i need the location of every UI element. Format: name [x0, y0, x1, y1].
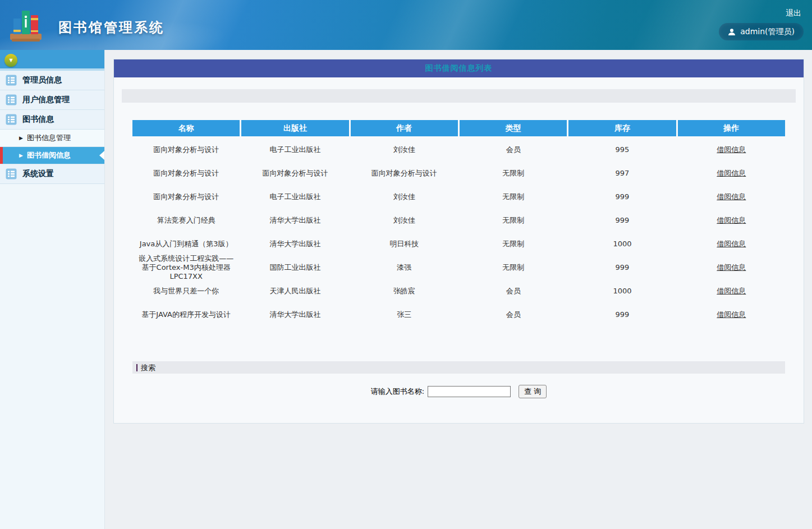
- sidebar-item-label: 图书信息: [22, 114, 54, 125]
- table-cell: 面向对象分析与设计: [351, 162, 458, 185]
- sidebar-collapse-toggle[interactable]: ▼: [4, 54, 17, 67]
- sidebar-menu: 管理员信息用户信息管理图书信息▶图书信息管理▶图书借阅信息系统设置: [0, 71, 104, 184]
- table-cell-action: 借阅信息: [678, 209, 785, 232]
- sidebar: ▼ 管理员信息用户信息管理图书信息▶图书信息管理▶图书借阅信息系统设置: [0, 50, 105, 529]
- sidebar-item-label: 图书信息管理: [27, 133, 71, 143]
- table-cell: 清华大学出版社: [241, 232, 348, 256]
- logout-link[interactable]: 退出: [786, 8, 801, 19]
- table-cell: 漆强: [351, 256, 458, 279]
- borrow-info-link[interactable]: 借阅信息: [717, 263, 746, 272]
- table-row: 我与世界只差一个你天津人民出版社张皓宸会员1000借阅信息: [132, 279, 785, 303]
- table-row: 面向对象分析与设计电子工业出版社刘汝佳会员995借阅信息: [132, 138, 785, 162]
- table-cell: Java从入门到精通（第3版）: [132, 232, 240, 256]
- search-input-label: 请输入图书名称:: [371, 387, 424, 397]
- table-cell: 会员: [460, 138, 567, 162]
- table-cell: 明日科技: [351, 232, 458, 256]
- table-row: 嵌入式系统设计工程实践——基于Cortex-M3内核处理器LPC17XX国防工业…: [132, 256, 785, 279]
- sidebar-item-label: 系统设置: [22, 169, 54, 179]
- user-icon: [728, 28, 736, 36]
- table-cell-action: 借阅信息: [678, 256, 785, 279]
- app-header: 图书馆管理系统 退出 admin(管理员): [0, 0, 812, 50]
- table-cell: 嵌入式系统设计工程实践——基于Cortex-M3内核处理器LPC17XX: [132, 256, 240, 279]
- table-cell: 995: [568, 138, 676, 162]
- sidebar-item[interactable]: 用户信息管理: [0, 90, 104, 110]
- sidebar-topbar: ▼: [0, 50, 104, 71]
- table-cell-action: 借阅信息: [678, 279, 785, 303]
- table-cell: 会员: [460, 303, 567, 326]
- table-cell-action: 借阅信息: [678, 232, 785, 256]
- table-cell: 天津人民出版社: [241, 279, 348, 303]
- library-logo-icon: [8, 6, 44, 43]
- table-cell: 电子工业出版社: [241, 185, 348, 209]
- table-cell: 无限制: [460, 209, 567, 232]
- sidebar-item-label: 管理员信息: [22, 75, 62, 85]
- borrow-info-link[interactable]: 借阅信息: [717, 287, 746, 296]
- table-column-header: 库存: [568, 120, 676, 136]
- list-icon: [6, 75, 17, 86]
- table-column-header: 操作: [678, 120, 785, 136]
- search-button[interactable]: 查 询: [519, 385, 547, 398]
- table-row: 面向对象分析与设计电子工业出版社刘汝佳无限制999借阅信息: [132, 185, 785, 209]
- table-cell: 清华大学出版社: [241, 303, 348, 326]
- panel-title: 图书借阅信息列表: [114, 59, 804, 77]
- table-cell: 电子工业出版社: [241, 138, 348, 162]
- table-cell-action: 借阅信息: [678, 185, 785, 209]
- table-cell: 面向对象分析与设计: [132, 162, 240, 185]
- table-cell: 1000: [568, 279, 676, 303]
- list-icon: [6, 114, 17, 125]
- list-icon: [6, 168, 17, 180]
- app-title: 图书馆管理系统: [58, 19, 164, 36]
- table-cell: 基于JAVA的程序开发与设计: [132, 303, 240, 326]
- table-cell: 我与世界只差一个你: [132, 279, 240, 303]
- table-column-header: 名称: [132, 120, 240, 136]
- main-content: 图书借阅信息列表 名称出版社作者类型库存操作 面向对象分析与设计电子工业出版社刘…: [105, 50, 812, 529]
- table-cell: 面向对象分析与设计: [132, 138, 240, 162]
- table-cell: 刘汝佳: [351, 138, 458, 162]
- sidebar-item[interactable]: 管理员信息: [0, 71, 104, 90]
- table-cell-action: 借阅信息: [678, 162, 785, 185]
- table-cell: 997: [568, 162, 676, 185]
- table-row: Java从入门到精通（第3版）清华大学出版社明日科技无限制1000借阅信息: [132, 232, 785, 256]
- table-column-header: 出版社: [241, 120, 348, 136]
- table-cell: 刘汝佳: [351, 209, 458, 232]
- search-form: 请输入图书名称: 查 询: [114, 385, 804, 398]
- table-cell: 面向对象分析与设计: [132, 185, 240, 209]
- borrow-info-link[interactable]: 借阅信息: [717, 240, 746, 249]
- table-cell-action: 借阅信息: [678, 303, 785, 326]
- borrow-info-link[interactable]: 借阅信息: [717, 216, 746, 225]
- table-cell: 国防工业出版社: [241, 256, 348, 279]
- table-cell: 无限制: [460, 162, 567, 185]
- table-cell: 1000: [568, 232, 676, 256]
- sidebar-item-label: 用户信息管理: [22, 95, 70, 105]
- search-section-label: 搜索: [136, 364, 155, 371]
- borrow-info-link[interactable]: 借阅信息: [717, 169, 746, 178]
- user-menu[interactable]: admin(管理员): [719, 23, 804, 40]
- table-cell: 面向对象分析与设计: [241, 162, 348, 185]
- borrow-info-link[interactable]: 借阅信息: [717, 310, 746, 319]
- search-section-header: 搜索: [132, 361, 785, 374]
- table-cell: 算法竞赛入门经典: [132, 209, 240, 232]
- table-cell: 清华大学出版社: [241, 209, 348, 232]
- table-column-header: 作者: [351, 120, 458, 136]
- table-cell: 会员: [460, 279, 567, 303]
- table-row: 算法竞赛入门经典清华大学出版社刘汝佳无限制999借阅信息: [132, 209, 785, 232]
- borrow-info-link[interactable]: 借阅信息: [717, 145, 746, 154]
- sidebar-item[interactable]: ▶图书借阅信息: [0, 147, 104, 164]
- table-cell: 999: [568, 303, 676, 326]
- table-cell: 刘汝佳: [351, 185, 458, 209]
- table-cell: 无限制: [460, 232, 567, 256]
- sidebar-item-label: 图书借阅信息: [27, 150, 71, 160]
- sidebar-item[interactable]: 系统设置: [0, 164, 104, 184]
- table-cell: 999: [568, 256, 676, 279]
- book-name-input[interactable]: [428, 386, 511, 397]
- sidebar-item[interactable]: ▶图书信息管理: [0, 130, 104, 147]
- table-cell: 999: [568, 209, 676, 232]
- table-body: 面向对象分析与设计电子工业出版社刘汝佳会员995借阅信息面向对象分析与设计面向对…: [132, 138, 785, 326]
- borrow-info-panel: 图书借阅信息列表 名称出版社作者类型库存操作 面向对象分析与设计电子工业出版社刘…: [113, 59, 804, 424]
- sidebar-item[interactable]: 图书信息: [0, 110, 104, 130]
- table-row: 面向对象分析与设计面向对象分析与设计面向对象分析与设计无限制997借阅信息: [132, 162, 785, 185]
- table-cell: 999: [568, 185, 676, 209]
- table-cell: 无限制: [460, 256, 567, 279]
- borrow-info-link[interactable]: 借阅信息: [717, 192, 746, 201]
- user-label: admin(管理员): [740, 27, 795, 37]
